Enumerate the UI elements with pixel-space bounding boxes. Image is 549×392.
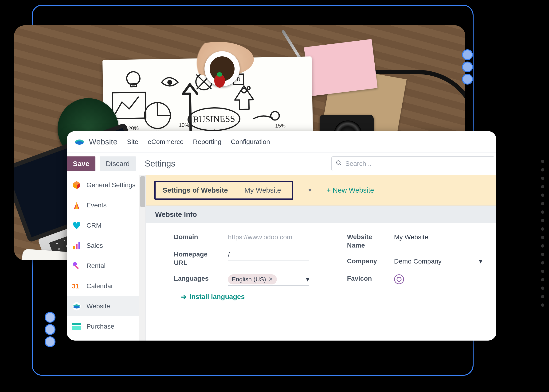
sidebar-item-label: Website [86,302,110,310]
menu-site[interactable]: Site [127,138,138,146]
svg-rect-41 [72,326,81,330]
sidebar-item-sales[interactable]: Sales [67,236,145,256]
menu-reporting[interactable]: Reporting [193,138,221,146]
domain-label: Domain [174,233,221,241]
svg-text:15%: 15% [275,123,285,129]
app-brand[interactable]: Website [74,136,118,147]
homepage-input[interactable]: / [228,250,309,260]
favicon-label: Favicon [347,274,387,283]
search-icon [336,160,342,168]
svg-rect-34 [76,244,78,249]
form-left-column: Domain https://www.odoo.com Homepage URL… [174,233,309,301]
svg-rect-40 [72,323,81,325]
website-selector-band: Settings of Website My Website ▼ + New W… [146,175,496,205]
events-icon [72,201,81,210]
field-company: Company Demo Company ▾ [347,257,483,267]
svg-point-28 [336,161,340,164]
install-languages-link[interactable]: ➔ Install languages [174,293,309,301]
website-icon [72,301,81,311]
sidebar-item-label: Sales [86,242,103,249]
svg-rect-33 [73,246,75,249]
company-select[interactable]: Demo Company ▾ [394,257,483,267]
svg-text:10%: 10% [179,122,189,128]
page-title: Settings [145,159,175,169]
rental-icon [72,261,81,271]
sidebar-item-label: Calendar [86,282,113,290]
sidebar-item-website[interactable]: Website [67,296,145,316]
settings-of-website-box[interactable]: Settings of Website My Website [154,181,293,200]
website-app-icon [74,136,85,147]
company-label: Company [347,257,387,266]
sales-icon [72,241,81,250]
svg-rect-1 [112,92,146,119]
sidebar-item-label: Purchase [86,323,114,330]
homepage-label: Homepage URL [174,250,221,267]
search-box[interactable] [331,156,493,171]
new-website-button[interactable]: + New Website [327,186,374,194]
favicon-preview[interactable] [394,274,404,284]
sidebar-item-calendar[interactable]: 31 Calendar [67,276,145,296]
purchase-icon [72,322,81,331]
caret-down-icon[interactable]: ▼ [307,187,313,193]
svg-point-13 [242,88,246,93]
crm-icon [72,221,81,230]
decorative-fade-dots [541,160,544,307]
settings-content: Settings of Website My Website ▼ + New W… [146,175,496,341]
action-bar: Save Discard Settings [67,153,496,175]
top-menu: Site eCommerce Reporting Configuration [127,138,270,146]
settings-sidebar: General Settings Events CRM Sales Rental… [67,175,146,341]
svg-rect-37 [75,265,79,269]
svg-rect-35 [78,242,80,249]
field-homepage: Homepage URL / [174,250,309,267]
field-languages: Languages English (US) ✕ ▾ [174,274,309,286]
field-website-name: Website Name My Website [347,233,483,250]
discard-button[interactable]: Discard [100,156,136,171]
decorative-dots [45,312,56,347]
svg-point-42 [397,277,401,281]
caret-down-icon[interactable]: ▾ [306,275,309,283]
sidebar-item-crm[interactable]: CRM [67,215,145,236]
general-settings-icon [72,180,81,190]
sidebar-item-events[interactable]: Events [67,195,145,215]
caret-down-icon[interactable]: ▾ [479,257,482,265]
sidebar-item-rental[interactable]: Rental [67,256,145,276]
sidebar-item-label: Rental [86,262,106,270]
svg-point-12 [168,81,171,84]
form-right-column: Website Name My Website Company Demo Com… [347,233,483,301]
sidebar-scrollbar[interactable] [139,175,145,341]
search-input[interactable] [345,160,489,168]
sidebar-item-label: Events [86,202,107,209]
languages-label: Languages [174,274,221,283]
remove-tag-icon[interactable]: ✕ [268,276,273,283]
languages-input[interactable]: English (US) ✕ ▾ [228,274,309,286]
settings-of-website-value: My Website [244,186,281,194]
sidebar-item-label: General Settings [86,181,135,189]
language-tag[interactable]: English (US) ✕ [228,274,277,284]
domain-input[interactable]: https://www.odoo.com [228,233,309,243]
menu-configuration[interactable]: Configuration [231,138,270,146]
svg-text:31: 31 [72,283,79,290]
website-name-label: Website Name [347,233,387,250]
section-website-info: Website Info [146,205,496,223]
column-divider [328,233,328,301]
sidebar-item-purchase[interactable]: Purchase [67,316,145,336]
sidebar-item-label: CRM [86,222,101,229]
app-window: Website Site eCommerce Reporting Configu… [67,131,496,341]
calendar-icon: 31 [72,281,81,291]
field-favicon: Favicon [347,274,483,284]
business-label: BUSINESS [193,114,235,124]
website-name-input[interactable]: My Website [394,233,483,243]
settings-of-website-label: Settings of Website [163,186,228,194]
svg-point-14 [247,87,250,90]
field-domain: Domain https://www.odoo.com [174,233,309,243]
top-menu-bar: Website Site eCommerce Reporting Configu… [67,131,496,153]
app-name: Website [89,137,118,146]
save-button[interactable]: Save [67,156,95,171]
arrow-right-icon: ➔ [181,293,187,301]
menu-ecommerce[interactable]: eCommerce [148,138,183,146]
svg-line-29 [340,164,341,165]
decorative-dots [462,49,473,84]
sidebar-item-general[interactable]: General Settings [67,175,145,195]
